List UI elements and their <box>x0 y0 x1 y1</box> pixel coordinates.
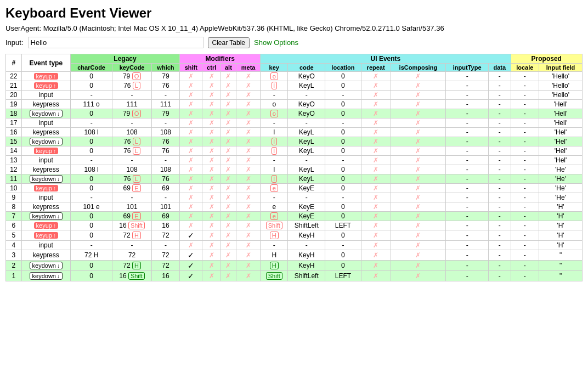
col-locale-val: - <box>511 184 539 193</box>
col-alt-val: ✗ <box>220 212 236 221</box>
col-which-val: 79 <box>151 72 179 81</box>
col-location-val: LEFT <box>325 221 361 230</box>
col-ctrl-val: ✗ <box>202 212 220 221</box>
col-meta-val: ✗ <box>236 81 260 91</box>
col-meta-val: ✗ <box>236 221 260 230</box>
col-shift-val: ✗ <box>180 119 202 128</box>
col-num: 2 <box>6 261 22 271</box>
col-shift-val: ✗ <box>180 81 202 91</box>
col-iscomposing-val: ✗ <box>391 109 446 119</box>
col-which-val: 79 <box>151 109 179 119</box>
col-eventtype: input <box>21 119 70 128</box>
col-num: 1 <box>6 271 22 281</box>
col-ctrl-val: ✗ <box>202 81 220 91</box>
col-inputfield-val: 'Hel' <box>539 156 583 165</box>
col-num: 17 <box>6 119 22 128</box>
col-code-val: KeyL <box>288 81 325 91</box>
col-charcode-val: 0 <box>70 109 112 119</box>
col-data-val: - <box>489 174 511 184</box>
col-location: location <box>325 64 361 72</box>
col-num: 21 <box>6 81 22 91</box>
col-shift-val: ✗ <box>180 165 202 174</box>
col-ctrl-val: ✗ <box>202 91 220 100</box>
col-ctrl-val: ✗ <box>202 156 220 165</box>
col-key-val: H <box>261 261 288 271</box>
col-alt-val: ✗ <box>220 91 236 100</box>
col-location-val: 0 <box>325 230 361 241</box>
col-meta-val: ✗ <box>236 165 260 174</box>
col-charcode-val: 101 e <box>70 202 112 212</box>
col-alt-val: ✗ <box>220 241 236 250</box>
col-ctrl-val: ✗ <box>202 146 220 156</box>
col-location-val: 0 <box>325 81 361 91</box>
col-eventtype: keydown ↓ <box>21 261 70 271</box>
col-eventtype: keydown ↓ <box>21 137 70 146</box>
col-alt-val: ✗ <box>220 174 236 184</box>
col-inputfield-val: 'Hell' <box>539 100 583 109</box>
col-inputtype-val: - <box>446 119 489 128</box>
col-alt-val: ✗ <box>220 119 236 128</box>
col-keycode-val: - <box>112 241 151 250</box>
col-alt-val: ✗ <box>220 165 236 174</box>
col-meta-val: ✗ <box>236 193 260 202</box>
col-eventtype: keydown ↓ <box>21 212 70 221</box>
col-header-num: # <box>6 54 22 72</box>
col-inputtype-val: - <box>446 146 489 156</box>
col-location-val: 0 <box>325 165 361 174</box>
col-charcode-val: - <box>70 193 112 202</box>
col-inputfield-val: 'Hello' <box>539 81 583 91</box>
col-meta-val: ✗ <box>236 271 260 281</box>
col-location-val: 0 <box>325 184 361 193</box>
col-location-val: - <box>325 156 361 165</box>
col-iscomposing: isComposing <box>391 64 446 72</box>
col-key-val: l <box>261 81 288 91</box>
col-repeat-val: ✗ <box>361 261 391 271</box>
col-location-val: 0 <box>325 128 361 137</box>
col-num: 5 <box>6 230 22 241</box>
col-charcode-val: 0 <box>70 146 112 156</box>
col-alt: alt <box>220 64 236 72</box>
col-key-val: - <box>261 241 288 250</box>
col-data-val: - <box>489 271 511 281</box>
col-charcode-val: 72 H <box>70 250 112 261</box>
col-charcode-val: 0 <box>70 212 112 221</box>
col-ctrl-val: ✗ <box>202 184 220 193</box>
col-ctrl-val: ✗ <box>202 241 220 250</box>
col-shift-val: ✓ <box>180 261 202 271</box>
main-input[interactable] <box>28 37 203 48</box>
col-code-val: ShiftLeft <box>288 271 325 281</box>
col-which-val: 72 <box>151 250 179 261</box>
col-data-val: - <box>489 109 511 119</box>
col-repeat-val: ✗ <box>361 72 391 81</box>
col-meta-val: ✗ <box>236 91 260 100</box>
col-meta-val: ✗ <box>236 250 260 261</box>
col-alt-val: ✗ <box>220 271 236 281</box>
col-eventtype: keyup ↑ <box>21 230 70 241</box>
col-iscomposing-val: ✗ <box>391 174 446 184</box>
clear-table-button[interactable]: Clear Table <box>208 37 250 48</box>
col-key-val: o <box>261 109 288 119</box>
col-locale-val: - <box>511 137 539 146</box>
col-shift-val: ✗ <box>180 221 202 230</box>
col-num: 16 <box>6 128 22 137</box>
col-location-val: - <box>325 241 361 250</box>
col-keycode-val: - <box>112 193 151 202</box>
col-meta-val: ✗ <box>236 212 260 221</box>
col-repeat-val: ✗ <box>361 193 391 202</box>
show-options-link[interactable]: Show Options <box>254 38 298 47</box>
col-code-val: KeyH <box>288 230 325 241</box>
col-shift-val: ✗ <box>180 174 202 184</box>
col-meta-val: ✗ <box>236 184 260 193</box>
col-ctrl-val: ✗ <box>202 250 220 261</box>
page-title: Keyboard Event Viewer <box>5 5 583 21</box>
col-key-val: o <box>261 72 288 81</box>
col-shift-val: ✗ <box>180 241 202 250</box>
col-inputtype: inputType <box>446 64 489 72</box>
col-data-val: - <box>489 156 511 165</box>
col-inputtype-val: - <box>446 212 489 221</box>
col-shift-val: ✗ <box>180 184 202 193</box>
col-data-val: - <box>489 212 511 221</box>
group-header-modifiers: Modifiers <box>180 54 261 64</box>
col-locale-val: - <box>511 241 539 250</box>
col-inputtype-val: - <box>446 81 489 91</box>
